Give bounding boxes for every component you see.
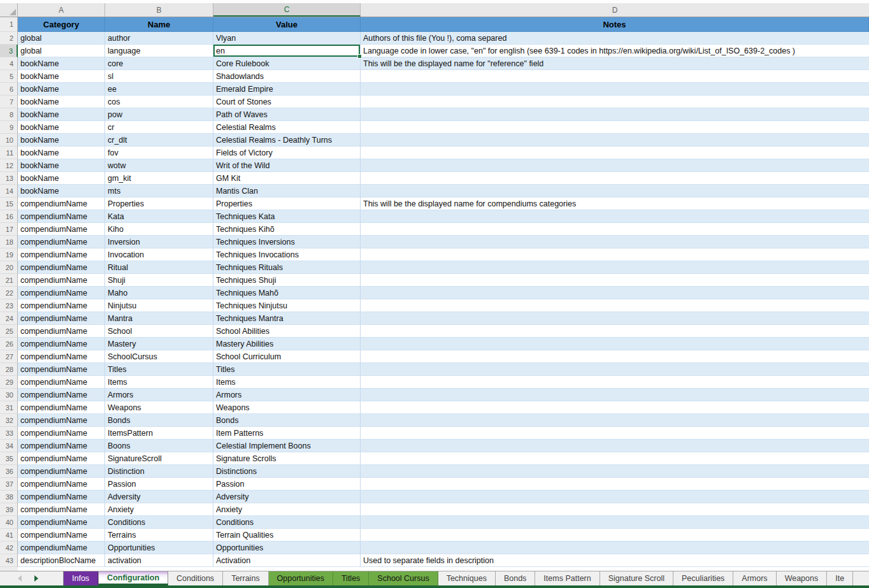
row-number[interactable]: 2 xyxy=(0,32,18,45)
cell-category[interactable]: compendiumName xyxy=(18,325,105,338)
cell-value[interactable]: Techniques Inversions xyxy=(213,236,361,248)
sheet-tab-techniques[interactable]: Techniques xyxy=(438,571,496,585)
cell-name[interactable]: cr_dlt xyxy=(105,134,213,147)
row-number[interactable]: 39 xyxy=(0,503,18,516)
column-header-c[interactable]: C xyxy=(213,3,361,17)
cell-value[interactable]: Celestial Implement Boons xyxy=(213,440,361,452)
sheet-tab-items-pattern[interactable]: Items Pattern xyxy=(535,571,600,585)
header-cell-category[interactable]: Category xyxy=(18,17,105,32)
row-number[interactable]: 21 xyxy=(0,274,18,287)
cell-value[interactable]: Emerald Empire xyxy=(213,83,361,96)
cell-name[interactable]: Conditions xyxy=(105,516,213,529)
cell-category[interactable]: compendiumName xyxy=(18,197,105,210)
cell-notes[interactable] xyxy=(361,261,869,274)
cell-category[interactable]: bookName xyxy=(18,185,105,197)
cell-notes[interactable]: This will be the displayed name for "ref… xyxy=(361,57,869,70)
cell-value[interactable]: Court of Stones xyxy=(213,96,361,108)
row-number[interactable]: 14 xyxy=(0,185,18,197)
cell-value[interactable]: School Abilities xyxy=(213,325,361,338)
cell-category[interactable]: bookName xyxy=(18,96,105,108)
cell-name[interactable]: Adversity xyxy=(105,491,213,503)
row-number[interactable]: 10 xyxy=(0,134,18,147)
cell-value[interactable]: Anxiety xyxy=(213,503,361,516)
row-number[interactable]: 3 xyxy=(0,45,18,57)
cell-category[interactable]: descriptionBlocName xyxy=(18,554,105,567)
cell-value[interactable]: School Curriculum xyxy=(213,350,361,363)
cell-category[interactable]: bookName xyxy=(18,172,105,185)
cell-name[interactable]: pow xyxy=(105,108,213,121)
row-number[interactable]: 38 xyxy=(0,491,18,503)
row-number[interactable]: 25 xyxy=(0,325,18,338)
cell-category[interactable]: compendiumName xyxy=(18,223,105,236)
cell-notes[interactable] xyxy=(361,299,869,312)
cell-value[interactable]: Opportunities xyxy=(213,541,361,554)
cell-notes[interactable] xyxy=(361,287,869,299)
cell-name[interactable]: fov xyxy=(105,147,213,159)
cell-name[interactable]: language xyxy=(105,45,213,57)
cell-category[interactable]: compendiumName xyxy=(18,478,105,491)
row-number[interactable]: 26 xyxy=(0,338,18,350)
sheet-tab-armors[interactable]: Armors xyxy=(733,571,776,585)
cell-notes[interactable] xyxy=(361,440,869,452)
row-number[interactable]: 36 xyxy=(0,465,18,478)
cell-name[interactable]: Terrains xyxy=(105,529,213,541)
cell-category[interactable]: compendiumName xyxy=(18,465,105,478)
cell-name[interactable]: wotw xyxy=(105,159,213,172)
cell-value[interactable]: Mastery Abilities xyxy=(213,338,361,350)
cell-value[interactable]: Fields of Victory xyxy=(213,147,361,159)
column-header-b[interactable]: B xyxy=(105,3,213,17)
cell-notes[interactable] xyxy=(361,401,869,414)
cell-name[interactable]: Items xyxy=(105,376,213,389)
cell-notes[interactable] xyxy=(361,427,869,440)
cell-name[interactable]: Bonds xyxy=(105,414,213,427)
cell-value[interactable]: Writ of the Wild xyxy=(213,159,361,172)
cell-value[interactable]: Techniques Rituals xyxy=(213,261,361,274)
cell-category[interactable]: compendiumName xyxy=(18,541,105,554)
sheet-tab-infos[interactable]: Infos xyxy=(64,571,98,585)
cell-category[interactable]: compendiumName xyxy=(18,287,105,299)
row-number[interactable]: 41 xyxy=(0,529,18,541)
cell-notes[interactable] xyxy=(361,491,869,503)
cell-value[interactable]: Passion xyxy=(213,478,361,491)
cell-value[interactable]: en xyxy=(213,45,361,57)
cell-name[interactable]: ItemsPattern xyxy=(105,427,213,440)
cell-notes[interactable]: Language code in lower case, "en" for en… xyxy=(361,45,869,57)
row-number[interactable]: 13 xyxy=(0,172,18,185)
sheet-tab-ite[interactable]: Ite xyxy=(827,571,853,585)
cell-value[interactable]: Bonds xyxy=(213,414,361,427)
cell-value[interactable]: Vlyan xyxy=(213,32,361,45)
sheet-tab-configuration[interactable]: Configuration xyxy=(98,571,168,585)
cell-name[interactable]: Shuji xyxy=(105,274,213,287)
sheet-tab-weapons[interactable]: Weapons xyxy=(777,571,828,585)
cell-name[interactable]: Kiho xyxy=(105,223,213,236)
column-header-a[interactable]: A xyxy=(18,3,105,17)
cell-category[interactable]: bookName xyxy=(18,57,105,70)
cell-name[interactable]: Mantra xyxy=(105,312,213,325)
sheet-tab-opportunities[interactable]: Opportunities xyxy=(269,571,333,585)
cell-name[interactable]: Mastery xyxy=(105,338,213,350)
cell-notes[interactable] xyxy=(361,96,869,108)
row-number[interactable]: 31 xyxy=(0,401,18,414)
row-number[interactable]: 32 xyxy=(0,414,18,427)
cell-notes[interactable] xyxy=(361,503,869,516)
header-cell-value[interactable]: Value xyxy=(213,17,361,32)
row-number[interactable]: 5 xyxy=(0,70,18,83)
row-number[interactable]: 8 xyxy=(0,108,18,121)
cell-notes[interactable] xyxy=(361,210,869,223)
cell-notes[interactable] xyxy=(361,414,869,427)
cell-value[interactable]: Properties xyxy=(213,197,361,210)
cell-notes[interactable] xyxy=(361,121,869,134)
cell-category[interactable]: compendiumName xyxy=(18,516,105,529)
row-number[interactable]: 19 xyxy=(0,248,18,261)
row-number[interactable]: 27 xyxy=(0,350,18,363)
sheet-tab-signature-scroll[interactable]: Signature Scroll xyxy=(600,571,673,585)
cell-name[interactable]: Opportunities xyxy=(105,541,213,554)
row-number[interactable]: 42 xyxy=(0,541,18,554)
cell-notes[interactable] xyxy=(361,159,869,172)
cell-notes[interactable] xyxy=(361,312,869,325)
cell-value[interactable]: Techniques Kihõ xyxy=(213,223,361,236)
row-number[interactable]: 4 xyxy=(0,57,18,70)
cell-notes[interactable] xyxy=(361,516,869,529)
row-number[interactable]: 37 xyxy=(0,478,18,491)
row-number[interactable]: 28 xyxy=(0,363,18,376)
